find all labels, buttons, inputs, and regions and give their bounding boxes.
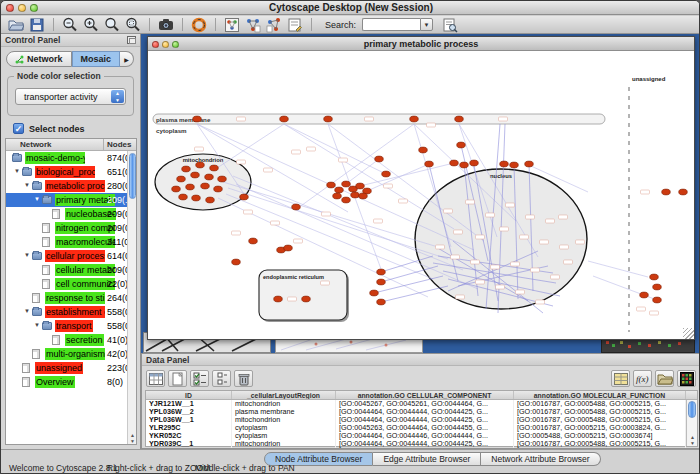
tree-row[interactable]: cell communicat22(0) [6, 277, 136, 291]
network-node[interactable] [193, 116, 202, 122]
tab-edge-attribute-browser[interactable]: Edge Attribute Browser [373, 452, 481, 466]
attribute-select-icon[interactable] [146, 370, 165, 387]
network-node[interactable] [382, 171, 391, 177]
network-node[interactable] [324, 116, 333, 122]
network-node[interactable] [525, 161, 534, 167]
network-node[interactable] [662, 189, 671, 195]
network-node[interactable] [335, 187, 344, 193]
network-node[interactable] [356, 183, 365, 189]
table-row[interactable]: YDR039C__1mitochondrion[GO:0044464, GO:0… [146, 440, 697, 448]
tree-row[interactable]: Overview8(0) [6, 375, 136, 389]
select-nodes-checkbox[interactable]: ✓ [13, 123, 24, 134]
table-row[interactable]: YPL036W__1mitochondrion[GO:0044464, GO:0… [146, 416, 697, 424]
network-node[interactable] [640, 292, 649, 298]
layout-a-icon[interactable] [244, 17, 262, 32]
network-view-frame[interactable]: primary metabolic process plasma membran… [147, 36, 695, 340]
tree-row[interactable]: ▼cellular process614(0) [6, 249, 136, 263]
tree-row[interactable]: response to stimulu264(0) [6, 291, 136, 305]
network-node[interactable] [460, 162, 469, 168]
network-node[interactable] [450, 160, 459, 166]
tree-row[interactable]: unassigned223(0) [6, 361, 136, 375]
network-node[interactable] [457, 142, 466, 148]
import-attributes-folder-icon[interactable] [655, 370, 674, 387]
network-node[interactable] [653, 284, 662, 290]
tree-row[interactable]: ▼primary metabo209(... [6, 193, 136, 207]
network-node[interactable] [284, 245, 293, 251]
tab-network[interactable]: Network [6, 51, 72, 67]
tree-row[interactable]: multi-organism pro42(0) [6, 347, 136, 361]
table-row[interactable]: YJR121W__1mitochondrion[GO:0045267, GO:0… [146, 400, 697, 408]
tab-network-attribute-browser[interactable]: Network Attribute Browser [481, 452, 600, 466]
zoom-region-icon[interactable] [124, 17, 142, 32]
network-node[interactable] [419, 147, 428, 153]
network-node[interactable] [342, 181, 351, 187]
table-scrollbar-thumb[interactable] [688, 401, 696, 418]
network-node[interactable] [377, 269, 386, 275]
network-node[interactable] [214, 186, 223, 192]
network-node[interactable] [302, 296, 311, 302]
table-row[interactable]: YKR052Ccytoplasm[GO:0044464, GO:0044446,… [146, 432, 697, 440]
float-panel-icon[interactable] [127, 36, 136, 44]
new-attribute-icon[interactable] [168, 370, 187, 387]
table-column-header[interactable]: annotation.GO MOLECULAR_FUNCTION [514, 391, 686, 399]
open-icon[interactable] [7, 17, 25, 32]
network-node[interactable] [470, 160, 479, 166]
network-node[interactable] [218, 176, 227, 182]
search-options-icon[interactable] [441, 17, 459, 32]
network-node[interactable] [182, 166, 191, 172]
network-view-titlebar[interactable]: primary metabolic process [148, 37, 694, 51]
network-node[interactable] [191, 172, 200, 178]
tree-row[interactable]: secretion41(0) [6, 333, 136, 347]
network-node[interactable] [377, 279, 386, 285]
network-node[interactable] [510, 162, 519, 168]
tree-row[interactable]: ▼establishment of lo558(0) [6, 305, 136, 319]
region-plasma-membrane[interactable] [153, 114, 605, 124]
expand-arrow-icon[interactable]: ▼ [34, 196, 40, 202]
network-node[interactable] [186, 184, 195, 190]
network-node[interactable] [327, 182, 336, 188]
search-dropdown-icon[interactable]: ▼ [420, 18, 433, 31]
tab-scroll-right-icon[interactable]: ▶ [120, 51, 134, 67]
annotation-icon[interactable] [286, 17, 304, 32]
network-node[interactable] [333, 193, 342, 199]
network-node[interactable] [455, 116, 464, 122]
network-node[interactable] [192, 195, 201, 201]
network-node[interactable] [232, 259, 241, 265]
network-node[interactable] [179, 194, 188, 200]
network-node[interactable] [177, 176, 186, 182]
tree-row[interactable]: nitrogen compo209(0) [6, 221, 136, 235]
network-node[interactable] [201, 183, 210, 189]
expand-arrow-icon[interactable]: ▼ [24, 308, 30, 314]
network-node[interactable] [172, 186, 181, 192]
attribute-list-icon[interactable] [212, 370, 231, 387]
network-node[interactable] [205, 174, 214, 180]
snapshot-camera-icon[interactable] [157, 17, 175, 32]
expand-arrow-icon[interactable]: ▼ [24, 252, 30, 258]
network-node[interactable] [500, 161, 509, 167]
tree-scrollbar-thumb[interactable] [129, 153, 136, 199]
network-node[interactable] [206, 197, 215, 203]
tree-row[interactable]: nucleobase-209(0) [6, 207, 136, 221]
expand-arrow-icon[interactable]: ▼ [24, 182, 30, 188]
tree-row[interactable]: mosaic-demo-yeast874(0) [6, 151, 136, 165]
tree-row[interactable]: ▼metabolic process280(0) [6, 179, 136, 193]
network-node[interactable] [650, 274, 659, 280]
network-node[interactable] [351, 192, 360, 198]
table-column-header[interactable]: _cellularLayoutRegion [232, 391, 336, 399]
tree-row[interactable]: ▼biological_process651(0) [6, 165, 136, 179]
zoom-out-icon[interactable] [61, 17, 79, 32]
network-node[interactable] [377, 299, 386, 305]
network-node[interactable] [359, 193, 368, 199]
table-column-header[interactable]: ID [146, 391, 232, 399]
network-node[interactable] [375, 156, 384, 162]
network-node[interactable] [210, 165, 219, 171]
network-node[interactable] [196, 162, 205, 168]
network-node[interactable] [280, 116, 289, 122]
zoom-fit-icon[interactable] [103, 17, 121, 32]
resize-grip[interactable] [683, 328, 694, 339]
help-ring-icon[interactable] [190, 17, 208, 32]
network-manager-icon[interactable] [223, 17, 241, 32]
search-input[interactable] [362, 18, 420, 31]
network-node[interactable] [249, 238, 258, 244]
table-row[interactable]: YPL036W__2plasma membrane[GO:0044464, GO… [146, 408, 697, 416]
